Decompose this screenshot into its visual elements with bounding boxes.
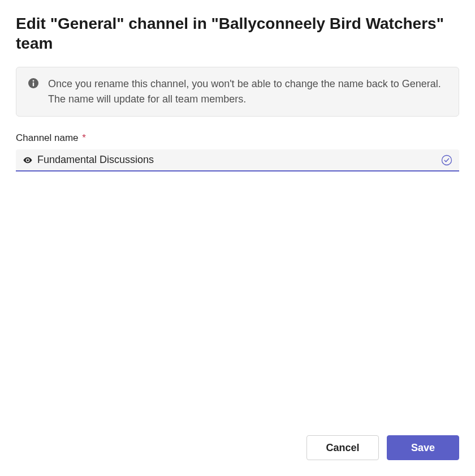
cancel-button[interactable]: Cancel <box>306 435 379 460</box>
visibility-icon <box>23 155 33 165</box>
svg-point-3 <box>27 159 29 161</box>
info-banner: Once you rename this channel, you won't … <box>16 67 459 117</box>
channel-name-label: Channel name * <box>16 132 459 144</box>
channel-name-input[interactable] <box>37 154 434 166</box>
svg-point-1 <box>33 80 34 82</box>
dialog-footer: Cancel Save <box>306 435 459 460</box>
svg-rect-2 <box>33 83 34 87</box>
info-icon <box>28 78 39 91</box>
edit-channel-dialog: Edit "General" channel in "Ballyconneely… <box>0 0 475 476</box>
channel-name-label-text: Channel name <box>16 132 79 143</box>
svg-point-4 <box>442 155 452 165</box>
channel-name-input-container[interactable] <box>16 149 459 171</box>
save-button[interactable]: Save <box>387 435 459 460</box>
info-banner-message: Once you rename this channel, you won't … <box>48 76 447 107</box>
check-circle-icon <box>441 155 452 166</box>
required-marker: * <box>82 132 86 143</box>
dialog-title: Edit "General" channel in "Ballyconneely… <box>16 14 459 53</box>
